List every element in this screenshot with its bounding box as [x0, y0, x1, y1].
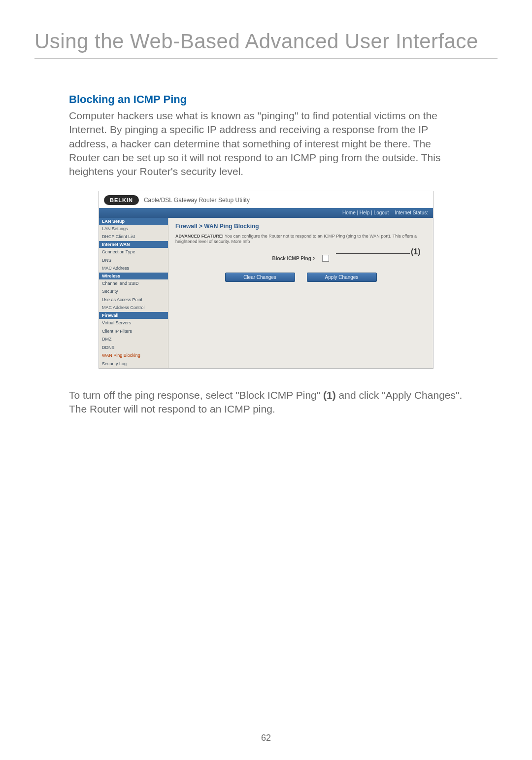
sidebar-item-security[interactable]: Security — [99, 287, 168, 296]
content-pane: Firewall > WAN Ping Blocking ADVANCED FE… — [168, 218, 433, 368]
sidebar-item-channel-ssid[interactable]: Channel and SSID — [99, 279, 168, 288]
document-page: Using the Web-Based Advanced User Interf… — [0, 0, 532, 760]
router-ui-screenshot: BELKIN Cable/DSL Gateway Router Setup Ut… — [99, 191, 433, 369]
sidebar: LAN Setup LAN Settings DHCP Client List … — [99, 218, 168, 368]
sidebar-item-ddns[interactable]: DDNS — [99, 344, 168, 352]
sidebar-item-dmz[interactable]: DMZ — [99, 335, 168, 344]
section-heading: Blocking an ICMP Ping — [69, 93, 463, 106]
intro-paragraph: Computer hackers use what is known as "p… — [69, 109, 463, 179]
body-block: Blocking an ICMP Ping Computer hackers u… — [34, 93, 498, 416]
sidebar-item-wan-ping-blocking[interactable]: WAN Ping Blocking — [99, 351, 168, 360]
callout-line — [336, 253, 410, 254]
sidebar-item-client-ip-filters[interactable]: Client IP Filters — [99, 327, 168, 336]
top-nav-bar: Home | Help | Logout Internet Status: — [99, 208, 433, 218]
clear-changes-button[interactable]: Clear Changes — [225, 273, 295, 282]
sidebar-item-connection-type[interactable]: Connection Type — [99, 248, 168, 256]
brand-logo: BELKIN — [104, 195, 139, 205]
sidebar-item-mac-address[interactable]: MAC Address — [99, 264, 168, 273]
sidebar-item-use-as-ap[interactable]: Use as Access Point — [99, 296, 168, 304]
sidebar-item-virtual-servers[interactable]: Virtual Servers — [99, 319, 168, 327]
product-name: Cable/DSL Gateway Router Setup Utility — [144, 197, 250, 204]
sidebar-group-head: Firewall — [99, 312, 168, 319]
page-number: 62 — [0, 733, 532, 743]
sidebar-item-mac-control[interactable]: MAC Address Control — [99, 304, 168, 312]
outro-pre: To turn off the ping response, select "B… — [69, 389, 323, 401]
feature-description: ADVANCED FEATURE! You can configure the … — [175, 234, 426, 245]
breadcrumb: Firewall > WAN Ping Blocking — [175, 223, 426, 230]
outro-bold: (1) — [323, 389, 336, 401]
sidebar-group-head: Wireless — [99, 273, 168, 279]
sidebar-item-dns[interactable]: DNS — [99, 256, 168, 265]
sidebar-item-dhcp-client-list[interactable]: DHCP Client List — [99, 233, 168, 241]
block-icmp-ping-label: Block ICMP Ping > — [272, 256, 316, 261]
logo-row: BELKIN Cable/DSL Gateway Router Setup Ut… — [104, 195, 428, 205]
button-row: Clear Changes Apply Changes — [175, 273, 426, 282]
sidebar-item-security-log[interactable]: Security Log — [99, 360, 168, 368]
title-divider — [34, 58, 498, 59]
ui-header: BELKIN Cable/DSL Gateway Router Setup Ut… — [99, 191, 433, 208]
outro-paragraph: To turn off the ping response, select "B… — [69, 388, 463, 416]
internet-status-label: Internet Status: — [395, 210, 428, 215]
top-nav-links[interactable]: Home | Help | Logout — [342, 210, 389, 215]
sidebar-group-head: Internet WAN — [99, 241, 168, 248]
block-icmp-ping-checkbox[interactable] — [322, 255, 329, 262]
control-row: Block ICMP Ping > — [175, 255, 426, 262]
sidebar-group-head: LAN Setup — [99, 218, 168, 225]
callout-number: (1) — [411, 247, 421, 256]
feature-label: ADVANCED FEATURE! — [175, 234, 224, 239]
ui-body: LAN Setup LAN Settings DHCP Client List … — [99, 218, 433, 368]
page-title: Using the Web-Based Advanced User Interf… — [34, 30, 498, 53]
sidebar-item-lan-settings[interactable]: LAN Settings — [99, 225, 168, 233]
apply-changes-button[interactable]: Apply Changes — [307, 273, 377, 282]
